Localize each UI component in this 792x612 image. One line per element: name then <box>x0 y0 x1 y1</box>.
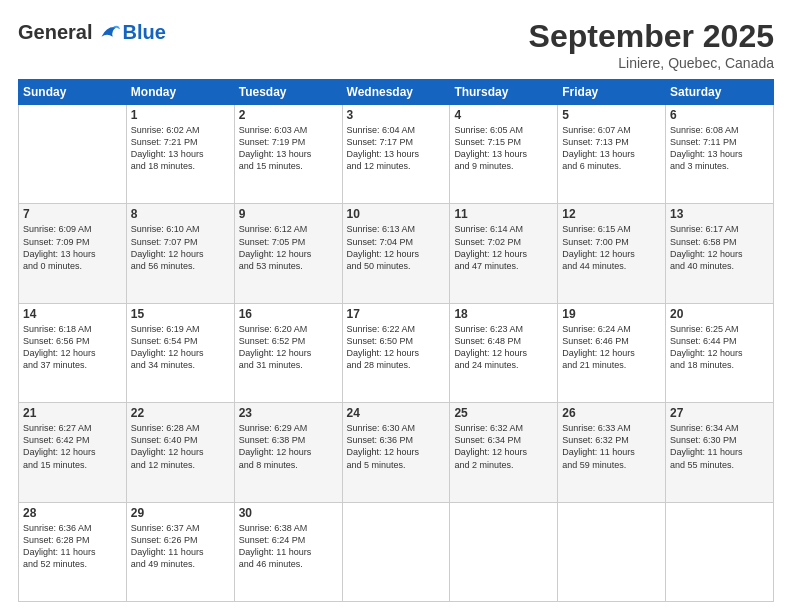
day-number: 15 <box>131 307 230 321</box>
calendar-cell: 30Sunrise: 6:38 AM Sunset: 6:24 PM Dayli… <box>234 502 342 601</box>
calendar-cell: 11Sunrise: 6:14 AM Sunset: 7:02 PM Dayli… <box>450 204 558 303</box>
day-info: Sunrise: 6:29 AM Sunset: 6:38 PM Dayligh… <box>239 422 338 471</box>
location: Liniere, Quebec, Canada <box>529 55 774 71</box>
day-info: Sunrise: 6:15 AM Sunset: 7:00 PM Dayligh… <box>562 223 661 272</box>
calendar-cell: 5Sunrise: 6:07 AM Sunset: 7:13 PM Daylig… <box>558 105 666 204</box>
calendar-cell: 28Sunrise: 6:36 AM Sunset: 6:28 PM Dayli… <box>19 502 127 601</box>
calendar-cell: 17Sunrise: 6:22 AM Sunset: 6:50 PM Dayli… <box>342 303 450 402</box>
calendar-cell: 12Sunrise: 6:15 AM Sunset: 7:00 PM Dayli… <box>558 204 666 303</box>
day-number: 27 <box>670 406 769 420</box>
day-number: 17 <box>347 307 446 321</box>
calendar-week-row: 28Sunrise: 6:36 AM Sunset: 6:28 PM Dayli… <box>19 502 774 601</box>
day-info: Sunrise: 6:25 AM Sunset: 6:44 PM Dayligh… <box>670 323 769 372</box>
day-info: Sunrise: 6:14 AM Sunset: 7:02 PM Dayligh… <box>454 223 553 272</box>
day-number: 2 <box>239 108 338 122</box>
day-number: 3 <box>347 108 446 122</box>
calendar-week-row: 7Sunrise: 6:09 AM Sunset: 7:09 PM Daylig… <box>19 204 774 303</box>
day-info: Sunrise: 6:09 AM Sunset: 7:09 PM Dayligh… <box>23 223 122 272</box>
day-number: 6 <box>670 108 769 122</box>
calendar-cell <box>666 502 774 601</box>
day-info: Sunrise: 6:23 AM Sunset: 6:48 PM Dayligh… <box>454 323 553 372</box>
calendar-cell: 10Sunrise: 6:13 AM Sunset: 7:04 PM Dayli… <box>342 204 450 303</box>
header-thursday: Thursday <box>450 80 558 105</box>
calendar-cell: 26Sunrise: 6:33 AM Sunset: 6:32 PM Dayli… <box>558 403 666 502</box>
calendar-cell <box>558 502 666 601</box>
day-number: 11 <box>454 207 553 221</box>
day-number: 19 <box>562 307 661 321</box>
day-info: Sunrise: 6:19 AM Sunset: 6:54 PM Dayligh… <box>131 323 230 372</box>
day-info: Sunrise: 6:22 AM Sunset: 6:50 PM Dayligh… <box>347 323 446 372</box>
logo-area: General Blue <box>18 18 166 46</box>
calendar-cell: 29Sunrise: 6:37 AM Sunset: 6:26 PM Dayli… <box>126 502 234 601</box>
day-info: Sunrise: 6:32 AM Sunset: 6:34 PM Dayligh… <box>454 422 553 471</box>
calendar-cell: 6Sunrise: 6:08 AM Sunset: 7:11 PM Daylig… <box>666 105 774 204</box>
day-info: Sunrise: 6:18 AM Sunset: 6:56 PM Dayligh… <box>23 323 122 372</box>
day-number: 23 <box>239 406 338 420</box>
day-number: 9 <box>239 207 338 221</box>
day-info: Sunrise: 6:04 AM Sunset: 7:17 PM Dayligh… <box>347 124 446 173</box>
calendar-cell: 27Sunrise: 6:34 AM Sunset: 6:30 PM Dayli… <box>666 403 774 502</box>
day-number: 21 <box>23 406 122 420</box>
day-number: 29 <box>131 506 230 520</box>
calendar-cell: 21Sunrise: 6:27 AM Sunset: 6:42 PM Dayli… <box>19 403 127 502</box>
logo: General Blue <box>18 18 166 46</box>
day-info: Sunrise: 6:28 AM Sunset: 6:40 PM Dayligh… <box>131 422 230 471</box>
calendar-cell <box>450 502 558 601</box>
calendar-cell: 3Sunrise: 6:04 AM Sunset: 7:17 PM Daylig… <box>342 105 450 204</box>
day-number: 24 <box>347 406 446 420</box>
day-number: 16 <box>239 307 338 321</box>
day-info: Sunrise: 6:10 AM Sunset: 7:07 PM Dayligh… <box>131 223 230 272</box>
calendar-cell: 1Sunrise: 6:02 AM Sunset: 7:21 PM Daylig… <box>126 105 234 204</box>
day-info: Sunrise: 6:02 AM Sunset: 7:21 PM Dayligh… <box>131 124 230 173</box>
calendar-cell: 7Sunrise: 6:09 AM Sunset: 7:09 PM Daylig… <box>19 204 127 303</box>
calendar-cell: 24Sunrise: 6:30 AM Sunset: 6:36 PM Dayli… <box>342 403 450 502</box>
calendar-cell: 2Sunrise: 6:03 AM Sunset: 7:19 PM Daylig… <box>234 105 342 204</box>
header-wednesday: Wednesday <box>342 80 450 105</box>
day-number: 12 <box>562 207 661 221</box>
calendar-cell: 23Sunrise: 6:29 AM Sunset: 6:38 PM Dayli… <box>234 403 342 502</box>
day-info: Sunrise: 6:27 AM Sunset: 6:42 PM Dayligh… <box>23 422 122 471</box>
calendar-cell: 14Sunrise: 6:18 AM Sunset: 6:56 PM Dayli… <box>19 303 127 402</box>
day-number: 7 <box>23 207 122 221</box>
day-info: Sunrise: 6:24 AM Sunset: 6:46 PM Dayligh… <box>562 323 661 372</box>
day-info: Sunrise: 6:08 AM Sunset: 7:11 PM Dayligh… <box>670 124 769 173</box>
calendar-cell: 8Sunrise: 6:10 AM Sunset: 7:07 PM Daylig… <box>126 204 234 303</box>
day-number: 22 <box>131 406 230 420</box>
header-tuesday: Tuesday <box>234 80 342 105</box>
header-monday: Monday <box>126 80 234 105</box>
day-info: Sunrise: 6:07 AM Sunset: 7:13 PM Dayligh… <box>562 124 661 173</box>
page: General Blue September 2025 Liniere, Que… <box>0 0 792 612</box>
day-number: 30 <box>239 506 338 520</box>
day-number: 25 <box>454 406 553 420</box>
weekday-header-row: Sunday Monday Tuesday Wednesday Thursday… <box>19 80 774 105</box>
day-info: Sunrise: 6:37 AM Sunset: 6:26 PM Dayligh… <box>131 522 230 571</box>
day-info: Sunrise: 6:34 AM Sunset: 6:30 PM Dayligh… <box>670 422 769 471</box>
day-number: 8 <box>131 207 230 221</box>
calendar-cell: 19Sunrise: 6:24 AM Sunset: 6:46 PM Dayli… <box>558 303 666 402</box>
calendar-week-row: 21Sunrise: 6:27 AM Sunset: 6:42 PM Dayli… <box>19 403 774 502</box>
day-info: Sunrise: 6:17 AM Sunset: 6:58 PM Dayligh… <box>670 223 769 272</box>
day-number: 26 <box>562 406 661 420</box>
day-number: 10 <box>347 207 446 221</box>
calendar-cell: 18Sunrise: 6:23 AM Sunset: 6:48 PM Dayli… <box>450 303 558 402</box>
calendar-week-row: 1Sunrise: 6:02 AM Sunset: 7:21 PM Daylig… <box>19 105 774 204</box>
calendar-cell: 9Sunrise: 6:12 AM Sunset: 7:05 PM Daylig… <box>234 204 342 303</box>
calendar-cell: 4Sunrise: 6:05 AM Sunset: 7:15 PM Daylig… <box>450 105 558 204</box>
calendar-cell: 20Sunrise: 6:25 AM Sunset: 6:44 PM Dayli… <box>666 303 774 402</box>
day-number: 13 <box>670 207 769 221</box>
day-info: Sunrise: 6:20 AM Sunset: 6:52 PM Dayligh… <box>239 323 338 372</box>
logo-blue: Blue <box>122 21 165 44</box>
calendar: Sunday Monday Tuesday Wednesday Thursday… <box>18 79 774 602</box>
day-number: 14 <box>23 307 122 321</box>
day-info: Sunrise: 6:13 AM Sunset: 7:04 PM Dayligh… <box>347 223 446 272</box>
calendar-cell: 25Sunrise: 6:32 AM Sunset: 6:34 PM Dayli… <box>450 403 558 502</box>
month-title: September 2025 <box>529 18 774 55</box>
day-info: Sunrise: 6:36 AM Sunset: 6:28 PM Dayligh… <box>23 522 122 571</box>
day-number: 20 <box>670 307 769 321</box>
day-number: 5 <box>562 108 661 122</box>
header-saturday: Saturday <box>666 80 774 105</box>
header-friday: Friday <box>558 80 666 105</box>
logo-general: General <box>18 21 92 44</box>
calendar-cell: 15Sunrise: 6:19 AM Sunset: 6:54 PM Dayli… <box>126 303 234 402</box>
calendar-cell <box>19 105 127 204</box>
